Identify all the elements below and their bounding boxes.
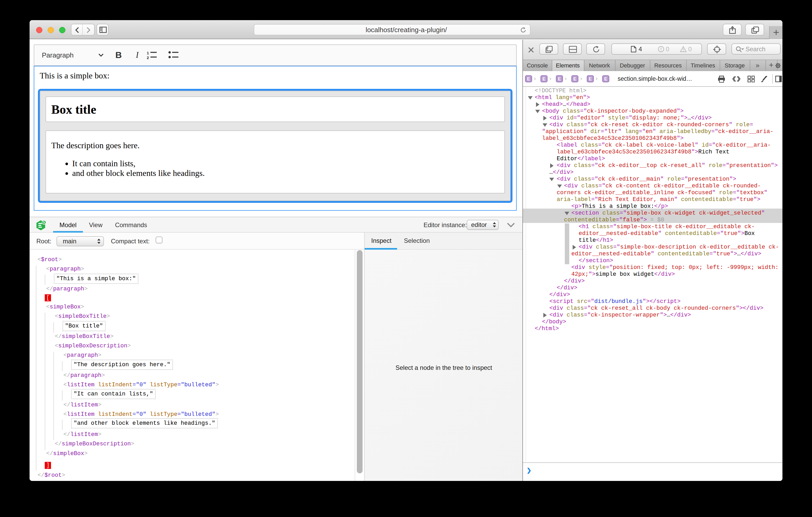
svg-text:2: 2 [147,55,149,60]
svg-text:1: 1 [147,51,149,55]
svg-text:5: 5 [43,221,45,224]
